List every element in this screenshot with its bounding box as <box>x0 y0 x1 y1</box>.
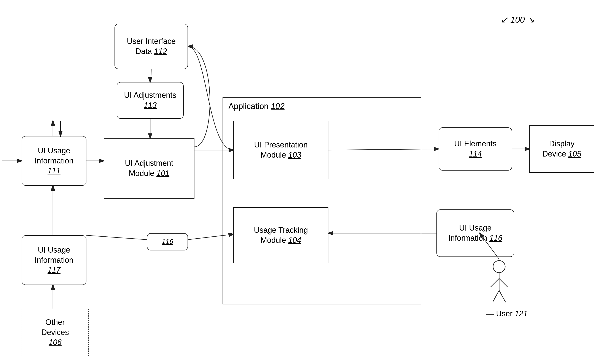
svg-line-4 <box>493 290 499 302</box>
svg-line-18 <box>86 235 147 240</box>
svg-line-3 <box>499 278 508 287</box>
ui-presentation-module-label: UI PresentationModule 103 <box>254 140 308 160</box>
ref-100-number: 100 <box>510 15 525 24</box>
ui-usage-info-117-label: UI UsageInformation117 <box>35 245 73 275</box>
display-device-label: DisplayDevice 105 <box>542 139 581 159</box>
application-label: Application 102 <box>228 102 284 111</box>
ui-elements-box: UI Elements114 <box>439 127 512 170</box>
other-devices-box: OtherDevices106 <box>22 309 89 356</box>
ui-usage-info-116-label: UI UsageInformation 116 <box>448 223 502 243</box>
svg-line-2 <box>490 278 499 287</box>
user-interface-data-label: User InterfaceData 112 <box>127 36 176 57</box>
display-device-box: DisplayDevice 105 <box>529 125 594 173</box>
svg-point-0 <box>493 260 505 273</box>
user-figure: — User 121 <box>486 259 528 318</box>
other-devices-label: OtherDevices106 <box>41 317 69 348</box>
usage-tracking-module-box: Usage TrackingModule 104 <box>233 207 328 263</box>
ui-usage-info-117-box: UI UsageInformation117 <box>22 235 86 285</box>
svg-line-5 <box>499 290 506 302</box>
ui-adjustments-label: UI Adjustments113 <box>124 90 176 111</box>
channel-116-label: 116 <box>162 237 173 246</box>
ref-100-label: ↙ 100 ↘ <box>501 15 535 25</box>
ui-adjustments-box: UI Adjustments113 <box>117 82 184 119</box>
ui-adjustment-module-box: UI AdjustmentModule 101 <box>104 138 194 199</box>
channel-116-box: 116 <box>147 233 188 250</box>
ui-usage-info-111-box: UI UsageInformation111 <box>22 136 86 186</box>
ui-usage-info-116-box: UI UsageInformation 116 <box>436 209 514 257</box>
user-interface-data-box: User InterfaceData 112 <box>115 24 188 69</box>
usage-tracking-module-label: Usage TrackingModule 104 <box>254 225 308 246</box>
ui-adjustment-module-label: UI AdjustmentModule 101 <box>125 158 173 179</box>
user-label: — User 121 <box>486 309 528 318</box>
ui-elements-label: UI Elements114 <box>454 139 497 159</box>
ui-usage-info-111-label: UI UsageInformation111 <box>35 146 73 176</box>
diagram: ↙ 100 ↘ User InterfaceData 112 UI Adjust… <box>0 0 608 364</box>
ui-presentation-module-box: UI PresentationModule 103 <box>233 121 328 179</box>
user-svg <box>486 259 512 307</box>
